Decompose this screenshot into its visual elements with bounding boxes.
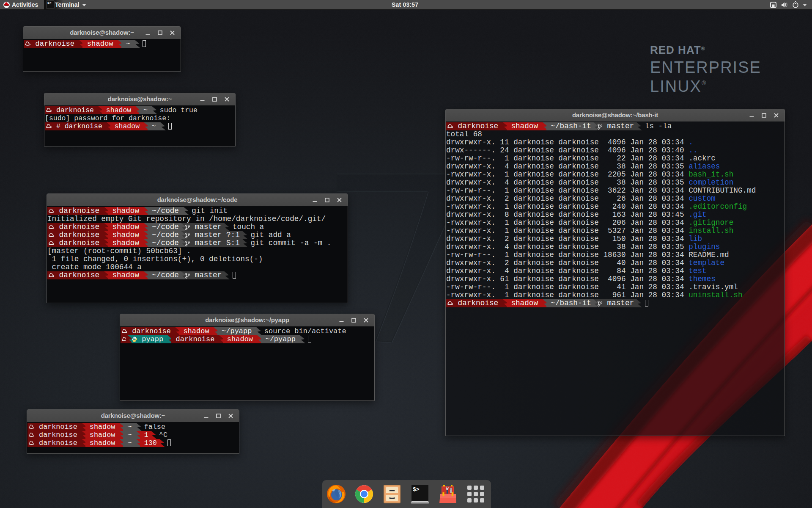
svg-text:$>: $>	[413, 486, 420, 493]
